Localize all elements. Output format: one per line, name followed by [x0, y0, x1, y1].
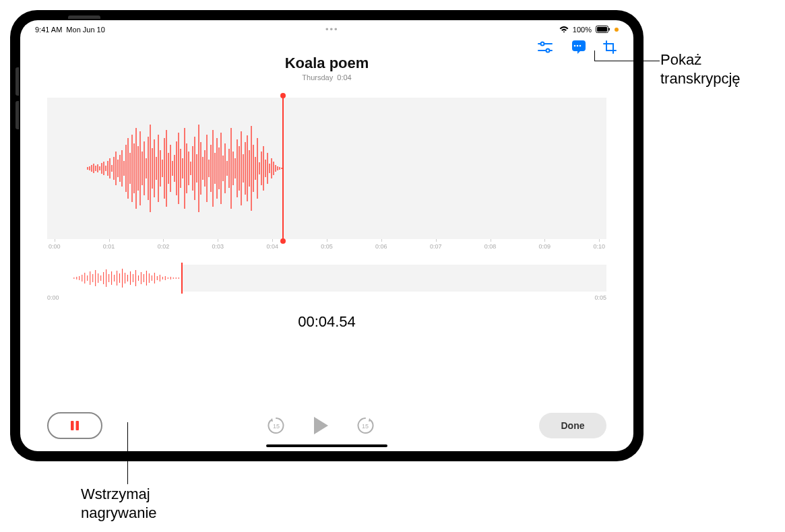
waveform-area[interactable]: 0:00 0:01 0:02 0:03 0:04 0:05 0:06 0:07 … [47, 98, 606, 250]
multitask-dots[interactable]: ••• [325, 24, 339, 34]
tick: 0:09 [539, 243, 551, 250]
playback-controls: 15 15 [102, 413, 539, 438]
recording-subtitle: Thursday 0:04 [20, 73, 633, 81]
volume-up-button[interactable] [15, 67, 19, 96]
timecode: 00:04.54 [20, 313, 633, 331]
overview-track[interactable] [47, 265, 606, 292]
svg-text:15: 15 [362, 423, 369, 430]
svg-point-4 [541, 42, 544, 46]
ipad-frame: 9:41 AM Mon Jun 10 ••• 100% Koala [10, 10, 643, 461]
status-left: 9:41 AM Mon Jun 10 [35, 26, 105, 34]
callout-line [594, 51, 595, 61]
tick: 0:05 [321, 243, 333, 250]
play-icon [312, 415, 329, 436]
tick: 0:07 [430, 243, 442, 250]
waveform-graphic [47, 98, 606, 239]
recording-title[interactable]: Koala poem [20, 55, 633, 72]
overview-waveform [47, 265, 181, 292]
forward-15-button[interactable]: 15 [353, 413, 377, 438]
status-time: 9:41 AM [35, 26, 62, 34]
rewind-15-button[interactable]: 15 [264, 413, 288, 438]
battery-percent: 100% [573, 26, 592, 34]
overview-start-label: 0:00 [47, 294, 59, 301]
recording-indicator-dot [615, 28, 619, 32]
play-button[interactable] [309, 413, 333, 438]
overview-recorded-segment [47, 265, 181, 292]
svg-point-6 [546, 49, 550, 53]
done-button[interactable]: Done [539, 413, 606, 438]
waveform-track[interactable] [47, 98, 606, 239]
waveform-ticks: 0:00 0:01 0:02 0:03 0:04 0:05 0:06 0:07 … [47, 243, 606, 250]
overview-end-label: 0:05 [594, 294, 606, 301]
tick: 0:01 [103, 243, 115, 250]
svg-rect-148 [76, 421, 80, 430]
tick: 0:04 [266, 243, 278, 250]
tick: 0:02 [158, 243, 170, 250]
svg-rect-1 [597, 27, 607, 32]
callout-pause-recording: Wstrzymaj nagrywanie [81, 485, 157, 522]
pause-icon [69, 420, 81, 432]
callout-line [594, 61, 660, 61]
svg-rect-2 [608, 28, 610, 31]
tick: 0:08 [484, 243, 497, 250]
recording-header: Koala poem Thursday 0:04 [20, 55, 633, 81]
svg-point-8 [577, 45, 579, 47]
svg-rect-147 [71, 421, 74, 430]
status-bar: 9:41 AM Mon Jun 10 ••• 100% [20, 20, 633, 36]
tick: 0:10 [593, 243, 605, 250]
status-date: Mon Jun 10 [66, 26, 104, 34]
tick: 0:03 [212, 243, 224, 250]
playhead[interactable] [282, 96, 284, 241]
svg-point-7 [574, 45, 576, 47]
power-button[interactable] [68, 15, 100, 19]
volume-down-button[interactable] [15, 101, 19, 129]
svg-text:15: 15 [273, 423, 280, 430]
status-right: 100% [559, 26, 619, 34]
battery-icon [596, 26, 610, 33]
pause-button[interactable] [47, 412, 102, 439]
overview-playhead[interactable] [181, 263, 183, 294]
speech-bubble-icon[interactable] [569, 40, 586, 55]
recording-duration: 0:04 [337, 73, 351, 81]
home-indicator[interactable] [266, 444, 387, 447]
wifi-icon [559, 26, 569, 33]
recording-day: Thursday [302, 73, 333, 81]
callout-show-transcript: Pokaż transkrypcję [660, 51, 741, 88]
svg-point-9 [579, 45, 582, 47]
callout-line [127, 422, 128, 484]
crop-icon[interactable] [601, 40, 619, 55]
tick: 0:06 [375, 243, 387, 250]
tick: 0:00 [49, 243, 61, 250]
screen: 9:41 AM Mon Jun 10 ••• 100% Koala [20, 20, 633, 451]
overview-labels: 0:00 0:05 [47, 294, 606, 301]
settings-sliders-icon[interactable] [536, 40, 554, 55]
